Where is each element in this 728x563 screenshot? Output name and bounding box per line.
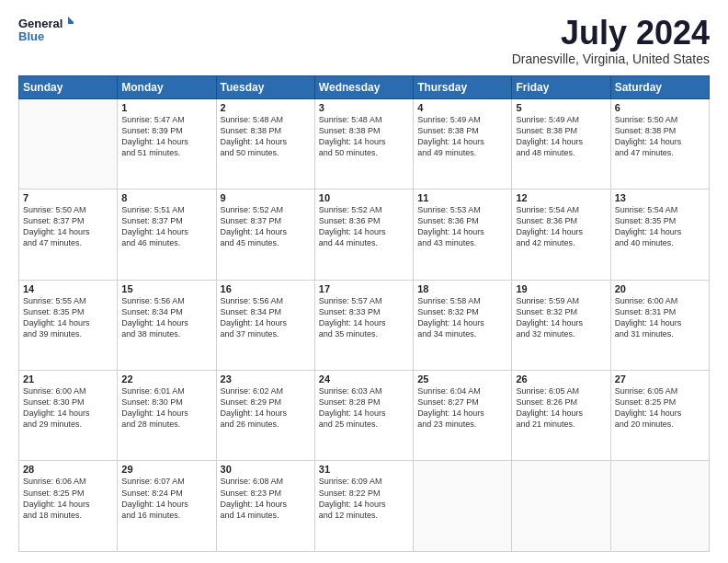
calendar-cell: 16Sunrise: 5:56 AMSunset: 8:34 PMDayligh… bbox=[216, 280, 314, 370]
day-info: Sunrise: 5:50 AMSunset: 8:38 PMDaylight:… bbox=[615, 114, 705, 159]
day-number: 9 bbox=[221, 192, 311, 203]
logo: General Blue bbox=[18, 15, 74, 48]
calendar-cell bbox=[610, 461, 709, 552]
day-number: 16 bbox=[221, 283, 311, 294]
calendar-header-friday: Friday bbox=[512, 75, 610, 98]
day-number: 11 bbox=[417, 192, 507, 203]
day-number: 25 bbox=[417, 373, 507, 385]
day-info: Sunrise: 6:00 AMSunset: 8:31 PMDaylight:… bbox=[615, 295, 705, 340]
calendar-header-thursday: Thursday bbox=[414, 75, 512, 98]
calendar-cell: 14Sunrise: 5:55 AMSunset: 8:35 PMDayligh… bbox=[19, 280, 118, 370]
day-number: 13 bbox=[615, 192, 705, 203]
logo-svg: General Blue bbox=[18, 15, 74, 48]
calendar-cell: 26Sunrise: 6:05 AMSunset: 8:26 PMDayligh… bbox=[512, 371, 610, 461]
calendar-cell bbox=[414, 461, 512, 552]
day-info: Sunrise: 5:56 AMSunset: 8:34 PMDaylight:… bbox=[121, 295, 211, 340]
day-info: Sunrise: 5:48 AMSunset: 8:38 PMDaylight:… bbox=[221, 114, 311, 159]
day-info: Sunrise: 6:00 AMSunset: 8:30 PMDaylight:… bbox=[23, 385, 113, 431]
calendar-header-saturday: Saturday bbox=[610, 75, 709, 98]
calendar-week-row: 7Sunrise: 5:50 AMSunset: 8:37 PMDaylight… bbox=[19, 190, 710, 280]
day-number: 24 bbox=[319, 373, 409, 385]
day-number: 20 bbox=[615, 283, 705, 294]
day-info: Sunrise: 6:07 AMSunset: 8:24 PMDaylight:… bbox=[121, 476, 211, 521]
day-info: Sunrise: 5:58 AMSunset: 8:32 PMDaylight:… bbox=[417, 295, 507, 340]
day-number: 12 bbox=[516, 192, 606, 203]
day-info: Sunrise: 6:05 AMSunset: 8:26 PMDaylight:… bbox=[516, 385, 606, 431]
calendar-cell: 8Sunrise: 5:51 AMSunset: 8:37 PMDaylight… bbox=[118, 190, 216, 280]
day-info: Sunrise: 5:54 AMSunset: 8:35 PMDaylight:… bbox=[615, 204, 705, 249]
day-number: 31 bbox=[319, 464, 409, 475]
day-number: 28 bbox=[23, 464, 113, 475]
calendar-cell: 1Sunrise: 5:47 AMSunset: 8:39 PMDaylight… bbox=[118, 98, 216, 189]
day-info: Sunrise: 6:08 AMSunset: 8:23 PMDaylight:… bbox=[221, 476, 311, 521]
calendar-cell: 27Sunrise: 6:05 AMSunset: 8:25 PMDayligh… bbox=[610, 371, 709, 461]
calendar-week-row: 28Sunrise: 6:06 AMSunset: 8:25 PMDayligh… bbox=[19, 461, 710, 552]
day-info: Sunrise: 5:49 AMSunset: 8:38 PMDaylight:… bbox=[516, 114, 606, 159]
calendar-cell: 7Sunrise: 5:50 AMSunset: 8:37 PMDaylight… bbox=[19, 190, 118, 280]
day-info: Sunrise: 5:49 AMSunset: 8:38 PMDaylight:… bbox=[417, 114, 507, 159]
day-number: 18 bbox=[417, 283, 507, 294]
calendar-cell: 28Sunrise: 6:06 AMSunset: 8:25 PMDayligh… bbox=[19, 461, 118, 552]
day-info: Sunrise: 5:48 AMSunset: 8:38 PMDaylight:… bbox=[319, 114, 409, 159]
svg-text:Blue: Blue bbox=[18, 29, 44, 43]
day-number: 7 bbox=[23, 192, 113, 203]
calendar-cell: 5Sunrise: 5:49 AMSunset: 8:38 PMDaylight… bbox=[512, 98, 610, 189]
day-number: 27 bbox=[615, 373, 705, 385]
calendar-header-monday: Monday bbox=[118, 75, 216, 98]
calendar-cell: 25Sunrise: 6:04 AMSunset: 8:27 PMDayligh… bbox=[414, 371, 512, 461]
calendar-cell: 10Sunrise: 5:52 AMSunset: 8:36 PMDayligh… bbox=[314, 190, 413, 280]
day-number: 30 bbox=[221, 464, 311, 475]
day-info: Sunrise: 5:52 AMSunset: 8:37 PMDaylight:… bbox=[221, 204, 311, 249]
calendar-week-row: 1Sunrise: 5:47 AMSunset: 8:39 PMDaylight… bbox=[19, 98, 710, 189]
calendar-cell: 18Sunrise: 5:58 AMSunset: 8:32 PMDayligh… bbox=[414, 280, 512, 370]
calendar-cell: 17Sunrise: 5:57 AMSunset: 8:33 PMDayligh… bbox=[314, 280, 413, 370]
day-number: 10 bbox=[319, 192, 409, 203]
day-info: Sunrise: 6:09 AMSunset: 8:22 PMDaylight:… bbox=[319, 476, 409, 521]
calendar-cell: 24Sunrise: 6:03 AMSunset: 8:28 PMDayligh… bbox=[314, 371, 413, 461]
calendar-week-row: 21Sunrise: 6:00 AMSunset: 8:30 PMDayligh… bbox=[19, 371, 710, 461]
calendar-cell: 23Sunrise: 6:02 AMSunset: 8:29 PMDayligh… bbox=[216, 371, 314, 461]
day-info: Sunrise: 6:02 AMSunset: 8:29 PMDaylight:… bbox=[221, 385, 311, 431]
day-number: 29 bbox=[121, 464, 211, 475]
calendar-header-row: SundayMondayTuesdayWednesdayThursdayFrid… bbox=[19, 75, 710, 98]
day-info: Sunrise: 6:06 AMSunset: 8:25 PMDaylight:… bbox=[23, 476, 113, 521]
day-number: 2 bbox=[221, 102, 311, 113]
day-number: 22 bbox=[121, 373, 211, 385]
calendar-cell: 31Sunrise: 6:09 AMSunset: 8:22 PMDayligh… bbox=[314, 461, 413, 552]
day-info: Sunrise: 5:55 AMSunset: 8:35 PMDaylight:… bbox=[23, 295, 113, 340]
day-info: Sunrise: 5:53 AMSunset: 8:36 PMDaylight:… bbox=[417, 204, 507, 249]
day-info: Sunrise: 5:47 AMSunset: 8:39 PMDaylight:… bbox=[121, 114, 211, 159]
calendar-cell: 19Sunrise: 5:59 AMSunset: 8:32 PMDayligh… bbox=[512, 280, 610, 370]
calendar-cell: 15Sunrise: 5:56 AMSunset: 8:34 PMDayligh… bbox=[118, 280, 216, 370]
day-info: Sunrise: 6:01 AMSunset: 8:30 PMDaylight:… bbox=[121, 385, 211, 431]
page: General Blue July 2024 Dranesville, Virg… bbox=[0, 0, 728, 563]
day-info: Sunrise: 6:04 AMSunset: 8:27 PMDaylight:… bbox=[417, 385, 507, 431]
calendar-week-row: 14Sunrise: 5:55 AMSunset: 8:35 PMDayligh… bbox=[19, 280, 710, 370]
calendar-cell: 12Sunrise: 5:54 AMSunset: 8:36 PMDayligh… bbox=[512, 190, 610, 280]
day-number: 8 bbox=[121, 192, 211, 203]
day-number: 3 bbox=[319, 102, 409, 113]
day-number: 26 bbox=[516, 373, 606, 385]
calendar-cell bbox=[512, 461, 610, 552]
svg-marker-2 bbox=[68, 17, 74, 24]
day-number: 4 bbox=[417, 102, 507, 113]
calendar-cell bbox=[19, 98, 118, 189]
day-info: Sunrise: 6:03 AMSunset: 8:28 PMDaylight:… bbox=[319, 385, 409, 431]
calendar-cell: 4Sunrise: 5:49 AMSunset: 8:38 PMDaylight… bbox=[414, 98, 512, 189]
calendar-cell: 29Sunrise: 6:07 AMSunset: 8:24 PMDayligh… bbox=[118, 461, 216, 552]
month-title: July 2024 bbox=[512, 15, 710, 52]
day-info: Sunrise: 6:05 AMSunset: 8:25 PMDaylight:… bbox=[615, 385, 705, 431]
title-section: July 2024 Dranesville, Virginia, United … bbox=[512, 15, 710, 66]
calendar-cell: 9Sunrise: 5:52 AMSunset: 8:37 PMDaylight… bbox=[216, 190, 314, 280]
day-info: Sunrise: 5:52 AMSunset: 8:36 PMDaylight:… bbox=[319, 204, 409, 249]
calendar-cell: 11Sunrise: 5:53 AMSunset: 8:36 PMDayligh… bbox=[414, 190, 512, 280]
calendar-cell: 30Sunrise: 6:08 AMSunset: 8:23 PMDayligh… bbox=[216, 461, 314, 552]
day-number: 6 bbox=[615, 102, 705, 113]
day-info: Sunrise: 5:50 AMSunset: 8:37 PMDaylight:… bbox=[23, 204, 113, 249]
calendar-cell: 6Sunrise: 5:50 AMSunset: 8:38 PMDaylight… bbox=[610, 98, 709, 189]
day-info: Sunrise: 5:57 AMSunset: 8:33 PMDaylight:… bbox=[319, 295, 409, 340]
day-info: Sunrise: 5:54 AMSunset: 8:36 PMDaylight:… bbox=[516, 204, 606, 249]
location: Dranesville, Virginia, United States bbox=[512, 52, 710, 66]
calendar-cell: 3Sunrise: 5:48 AMSunset: 8:38 PMDaylight… bbox=[314, 98, 413, 189]
day-number: 21 bbox=[23, 373, 113, 385]
